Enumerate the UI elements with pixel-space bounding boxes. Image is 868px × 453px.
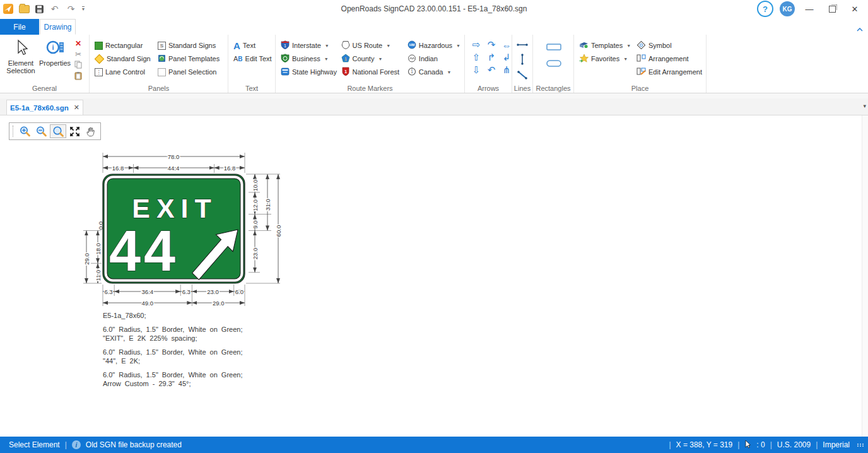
state-highway-icon: [281, 67, 290, 77]
document-tab-bar: E5-1a_78x60.sgn ✕ ▾: [0, 98, 868, 115]
undo-icon[interactable]: ↶: [49, 4, 60, 15]
edit-text-button[interactable]: ABEdit Text: [232, 52, 273, 65]
svg-text:6.0: 6.0: [235, 288, 243, 295]
chevron-down-icon[interactable]: ▼: [623, 57, 628, 61]
us-route-button[interactable]: US Route▼: [340, 39, 406, 52]
hazardous-button[interactable]: HMHazardous▼: [406, 39, 462, 52]
business-shield-icon: [281, 54, 290, 64]
business-button[interactable]: Business▼: [279, 52, 340, 65]
horizontal-line-icon[interactable]: [516, 40, 529, 51]
status-units[interactable]: Imperial: [823, 440, 850, 449]
canada-button[interactable]: 1Canada▼: [406, 66, 462, 78]
arrow-right-icon[interactable]: ⇨: [472, 39, 481, 50]
close-document-icon[interactable]: ✕: [74, 103, 79, 112]
ribbon-tab-row: File Drawing: [0, 18, 868, 35]
pan-hand-button[interactable]: [83, 124, 99, 138]
resize-grip[interactable]: [857, 444, 864, 447]
delete-icon[interactable]: ✕: [73, 38, 83, 48]
arrow-up-icon[interactable]: ⇧: [472, 52, 481, 63]
rectangle-icon[interactable]: [546, 42, 561, 53]
chevron-down-icon[interactable]: ▼: [378, 57, 382, 61]
arrow-curve-right-icon[interactable]: ↷: [488, 39, 496, 50]
text-button[interactable]: AText: [232, 39, 273, 52]
status-standard[interactable]: U.S. 2009: [777, 440, 811, 449]
collapse-ribbon-icon[interactable]: [857, 23, 863, 34]
paste-icon[interactable]: [73, 71, 83, 80]
element-selection-button[interactable]: Element Selection: [4, 37, 38, 84]
chevron-down-icon[interactable]: ▼: [456, 44, 460, 48]
minimize-button[interactable]: —: [801, 2, 818, 16]
arrow-split-icon[interactable]: ⋔: [503, 64, 511, 76]
chevron-down-icon[interactable]: ▼: [447, 70, 451, 74]
interstate-button[interactable]: 1Interstate▼: [279, 39, 340, 52]
lane-control-icon: ⋮: [95, 68, 103, 76]
state-highway-button[interactable]: State Highway: [279, 66, 340, 78]
open-file-icon[interactable]: [19, 5, 30, 13]
standard-signs-button[interactable]: SStandard Signs: [156, 39, 221, 52]
rounded-rectangle-icon[interactable]: [546, 58, 561, 69]
arrow-down-icon[interactable]: ⇩: [472, 64, 481, 76]
close-button[interactable]: ✕: [847, 2, 863, 16]
chevron-down-icon[interactable]: ▼: [626, 44, 631, 48]
chevron-down-icon[interactable]: ▼: [324, 57, 329, 61]
arrow-turn-left-down-icon[interactable]: ↲: [503, 52, 511, 63]
vertical-scrollbar[interactable]: [862, 115, 868, 437]
chevron-down-icon[interactable]: ▼: [325, 44, 329, 48]
restore-button[interactable]: [824, 2, 840, 16]
favorites-button[interactable]: Favorites▼: [578, 52, 635, 65]
rectangular-button[interactable]: Rectangular: [93, 39, 156, 52]
view-toolbar: [9, 122, 101, 140]
edit-arrangement-icon: [636, 67, 646, 77]
cut-icon[interactable]: ✂: [73, 49, 83, 59]
symbol-button[interactable]: Symbol: [635, 39, 703, 52]
lane-control-button[interactable]: ⋮Lane Control: [93, 66, 156, 78]
arrangement-button[interactable]: Arrangement: [635, 52, 703, 65]
vertical-line-icon[interactable]: [519, 53, 526, 68]
standard-sign-button[interactable]: Standard Sign: [93, 52, 156, 65]
properties-info-icon: i: [45, 39, 64, 58]
national-forest-button[interactable]: 1National Forest: [340, 66, 406, 78]
zoom-out-button[interactable]: [33, 124, 50, 138]
panel-selection-button[interactable]: Panel Selection: [156, 66, 221, 78]
document-tab[interactable]: E5-1a_78x60.sgn ✕: [6, 100, 83, 115]
standard-signs-icon: S: [158, 42, 166, 50]
status-bar: Select Element | i Old SGN file backup c…: [0, 437, 868, 453]
redo-icon[interactable]: ↷: [66, 4, 76, 15]
svg-text:29.0: 29.0: [83, 253, 90, 265]
arrangement-icon: [636, 54, 646, 64]
county-button[interactable]: 1County▼: [340, 52, 406, 65]
templates-button[interactable]: Templates▼: [578, 39, 635, 52]
selection-count: : 0: [756, 440, 765, 449]
customize-quick-access-icon[interactable]: ▾: [82, 6, 85, 11]
panel-templates-button[interactable]: Panel Templates: [156, 52, 221, 65]
zoom-in-button[interactable]: [17, 124, 33, 138]
tab-file[interactable]: File: [0, 19, 39, 35]
canada-route-icon: 1: [408, 67, 416, 77]
separator: |: [669, 440, 671, 449]
fit-view-button[interactable]: [66, 124, 83, 138]
chevron-down-icon[interactable]: ▼: [386, 44, 390, 48]
save-icon[interactable]: [35, 5, 44, 13]
drawing-canvas[interactable]: 78.0 16.8 44.4 16.8 10.0 12.0 9.0 23.0 3…: [0, 115, 868, 437]
exit-sign-panel[interactable]: EXIT 44: [103, 174, 245, 283]
sign-drawing[interactable]: 78.0 16.8 44.4 16.8 10.0 12.0 9.0 23.0 3…: [81, 147, 298, 312]
diagonal-line-icon[interactable]: [517, 70, 528, 83]
group-label-rectangles: Rectangles: [533, 85, 573, 92]
tab-drawing[interactable]: Drawing: [40, 19, 76, 35]
arrow-u-turn-icon[interactable]: ↶: [488, 64, 496, 76]
help-icon[interactable]: ?: [757, 1, 773, 17]
zoom-window-button[interactable]: [50, 124, 66, 138]
indian-button[interactable]: Indian: [406, 52, 462, 65]
national-forest-shield-icon: 1: [341, 67, 350, 77]
separator: |: [816, 440, 818, 449]
arrow-double-horizontal-icon[interactable]: ⇔: [502, 40, 512, 50]
edit-arrangement-button[interactable]: Edit Arrangement: [635, 66, 703, 78]
copy-icon[interactable]: [73, 60, 83, 69]
ribbon-group-general: Element Selection i Properties ✕ ✂ Gener…: [0, 35, 90, 93]
properties-button[interactable]: i Properties: [38, 37, 72, 84]
arrow-turn-right-icon[interactable]: ↱: [488, 52, 496, 63]
panel-templates-icon: [158, 54, 166, 64]
document-list-dropdown-icon[interactable]: ▾: [863, 103, 866, 109]
user-avatar[interactable]: KG: [780, 1, 795, 16]
svg-text:60.0: 60.0: [275, 225, 282, 237]
